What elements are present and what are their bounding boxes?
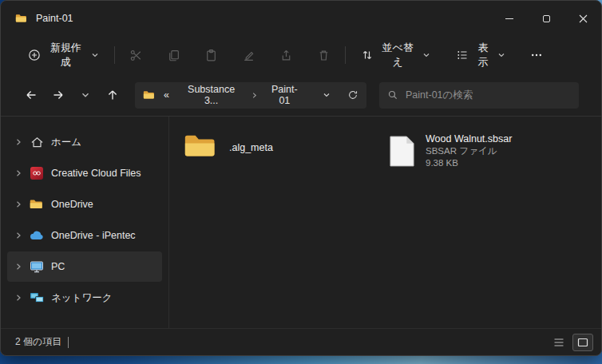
toolbar-separator xyxy=(114,46,115,64)
view-button[interactable]: 表示 xyxy=(448,35,513,75)
status-bar: 2 個の項目 xyxy=(1,328,601,355)
large-icons-view-button[interactable] xyxy=(572,334,593,351)
ellipsis-icon xyxy=(530,49,543,61)
close-button[interactable] xyxy=(564,1,601,36)
rename-button[interactable] xyxy=(235,42,263,69)
sidebar-item-label: Creative Cloud Files xyxy=(51,168,141,179)
recent-locations-button[interactable] xyxy=(74,84,97,106)
creative-cloud-icon xyxy=(26,167,47,180)
sort-icon xyxy=(361,49,374,61)
plus-circle-icon xyxy=(28,49,41,61)
sidebar-item-creative-cloud[interactable]: Creative Cloud Files xyxy=(7,158,162,188)
network-icon xyxy=(26,291,47,304)
large-icons-view-icon xyxy=(577,338,588,347)
command-bar: 新規作成 並べ替え xyxy=(1,36,601,74)
toolbar-separator xyxy=(345,46,346,64)
delete-button[interactable] xyxy=(310,42,338,69)
sidebar-item-label: OneDrive - iPentec xyxy=(51,230,136,241)
chevron-down-icon xyxy=(497,51,505,59)
view-list-icon xyxy=(456,49,469,61)
view-button-label: 表示 xyxy=(474,41,492,69)
folder-icon xyxy=(26,199,47,211)
refresh-button[interactable] xyxy=(343,85,363,105)
share-icon xyxy=(279,49,293,62)
window-title: Paint-01 xyxy=(36,13,73,24)
back-button[interactable] xyxy=(20,84,42,106)
file-details: Wood Walnut.sbsar SBSAR ファイル 9.38 KB xyxy=(426,133,512,169)
share-button[interactable] xyxy=(272,42,300,69)
chevron-down-icon xyxy=(323,91,331,99)
chevron-right-icon[interactable] xyxy=(10,231,26,239)
forward-button[interactable] xyxy=(47,84,69,106)
sidebar-item-onedrive[interactable]: OneDrive xyxy=(7,189,162,220)
folder-icon xyxy=(184,133,219,162)
scissors-icon xyxy=(129,49,143,62)
chevron-down-icon xyxy=(91,51,99,59)
item-count: 2 個の項目 xyxy=(15,335,61,349)
sidebar-item-label: PC xyxy=(51,261,65,272)
maximize-button[interactable] xyxy=(528,1,564,36)
address-dropdown-button[interactable] xyxy=(316,85,337,105)
sidebar-item-pc[interactable]: PC xyxy=(7,251,162,282)
rename-icon xyxy=(242,49,255,62)
minimize-icon xyxy=(505,18,513,19)
chevron-down-icon xyxy=(81,90,90,100)
sidebar-item-network[interactable]: ネットワーク xyxy=(7,283,162,313)
sort-button[interactable]: 並べ替え xyxy=(353,35,438,75)
sort-button-label: 並べ替え xyxy=(379,41,417,69)
search-box xyxy=(379,82,579,109)
file-size: 9.38 KB xyxy=(426,157,512,169)
file-name: Wood Walnut.sbsar xyxy=(426,133,512,145)
details-view-button[interactable] xyxy=(549,334,569,351)
new-button-label: 新規作成 xyxy=(46,41,85,69)
up-button[interactable] xyxy=(101,84,124,106)
window-controls xyxy=(491,1,601,36)
arrow-up-icon xyxy=(106,89,119,101)
chevron-right-icon[interactable] xyxy=(10,200,26,208)
cut-button[interactable] xyxy=(122,42,150,69)
folder-icon xyxy=(143,90,156,101)
file-icon xyxy=(389,135,415,168)
chevron-right-icon[interactable] xyxy=(10,294,26,302)
minimize-button[interactable] xyxy=(491,1,528,36)
close-icon xyxy=(579,14,588,23)
chevron-down-icon xyxy=(422,51,430,59)
sidebar-item-onedrive-ipentec[interactable]: OneDrive - iPentec xyxy=(7,220,162,251)
sidebar-item-label: ホーム xyxy=(51,136,81,149)
home-icon xyxy=(26,136,47,148)
address-bar[interactable]: « Substance 3... Paint-01 xyxy=(135,82,366,109)
cloud-icon xyxy=(26,231,47,240)
arrow-left-icon xyxy=(25,89,38,101)
trash-icon xyxy=(317,49,331,62)
chevron-right-icon xyxy=(251,92,258,99)
chevron-right-icon[interactable] xyxy=(10,169,26,177)
view-toggle-group xyxy=(549,334,593,351)
search-input[interactable] xyxy=(406,89,571,101)
pc-icon xyxy=(26,260,47,273)
more-options-button[interactable] xyxy=(523,42,550,68)
details-view-icon xyxy=(553,338,564,347)
search-icon xyxy=(387,89,398,101)
paste-button[interactable] xyxy=(197,42,225,69)
content-area: ホーム Creative Cloud Files OneDrive OneDri… xyxy=(1,116,601,328)
chevron-right-icon[interactable] xyxy=(10,138,26,146)
sidebar-item-home[interactable]: ホーム xyxy=(7,127,162,157)
copy-icon xyxy=(167,49,180,62)
folder-icon xyxy=(15,14,28,24)
sidebar: ホーム Creative Cloud Files OneDrive OneDri… xyxy=(1,117,168,328)
chevron-right-icon[interactable] xyxy=(10,263,26,271)
copy-button[interactable] xyxy=(160,42,188,69)
arrow-right-icon xyxy=(52,89,65,101)
titlebar: Paint-01 xyxy=(1,1,601,36)
maximize-icon xyxy=(543,15,550,22)
breadcrumb-segment[interactable]: Substance 3... xyxy=(177,82,245,108)
file-type: SBSAR ファイル xyxy=(426,145,512,157)
new-button[interactable]: 新規作成 xyxy=(20,35,107,75)
file-tile-folder[interactable]: .alg_meta xyxy=(177,129,373,165)
sidebar-item-label: ネットワーク xyxy=(51,291,112,305)
file-tile-sbsar[interactable]: Wood Walnut.sbsar SBSAR ファイル 9.38 KB xyxy=(382,129,578,172)
breadcrumb-segment[interactable]: Paint-01 xyxy=(263,82,305,108)
file-list: .alg_meta Wood Walnut.sbsar SBSAR ファイル 9… xyxy=(169,117,601,328)
breadcrumb-overflow[interactable]: « xyxy=(161,88,172,102)
refresh-icon xyxy=(347,89,358,101)
